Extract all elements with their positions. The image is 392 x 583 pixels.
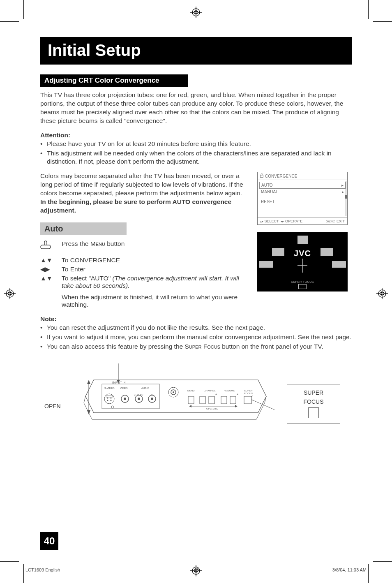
- auto-heading: Auto: [40, 222, 127, 235]
- crop-mark: [0, 21, 19, 22]
- pattern-block: [321, 248, 333, 256]
- up-down-arrows-icon: ▲▼: [40, 257, 55, 264]
- registration-mark-icon: [376, 288, 388, 299]
- footer-left: LCT1609 English: [25, 567, 60, 572]
- button-square-icon: [308, 407, 319, 418]
- svg-text:VOLUME: VOLUME: [224, 389, 235, 392]
- osd-title-row: CONVERGENCE: [258, 172, 347, 180]
- svg-text:L / MONO: L / MONO: [134, 393, 143, 396]
- pattern-block: [332, 261, 346, 268]
- left-right-arrows-icon: ◀▶: [40, 266, 55, 273]
- menu-badge: MENU: [326, 220, 336, 223]
- osd-auto-label: AUTO: [261, 183, 273, 187]
- svg-text:+: +: [237, 393, 238, 396]
- section-heading: Adjusting CRT Color Convergence: [40, 74, 188, 87]
- step-text: Press the Menu button: [62, 240, 247, 248]
- up-down-arrows-icon: ▲▼: [40, 275, 55, 282]
- text: EXIT: [337, 219, 345, 223]
- pattern-block: [297, 236, 308, 244]
- svg-text:AUDIO: AUDIO: [141, 387, 149, 389]
- list-item: This adjustment will be needed only when…: [40, 149, 352, 167]
- osd-reset-row: RESET: [259, 199, 346, 205]
- footer-right: 3/8/04, 11:03 AM: [332, 567, 367, 572]
- svg-text:+: +: [215, 393, 217, 396]
- svg-point-46: [151, 398, 153, 400]
- crop-mark: [373, 21, 392, 22]
- svg-rect-25: [261, 175, 263, 178]
- crop-mark: [23, 0, 24, 19]
- page: Initial Setup Adjusting CRT Color Conver…: [0, 0, 392, 583]
- list-item: Please have your TV on for at least 20 m…: [40, 140, 352, 148]
- tv-front-panel-diagram: INPUT- 4 S-VIDEO VIDEO AUDIO L / MONO R: [44, 363, 274, 437]
- osd-scrollbar-thumb: [345, 195, 347, 199]
- moved-text: Colors may become separated after the TV…: [40, 172, 243, 197]
- footer-center: 40: [194, 567, 198, 572]
- svg-point-44: [138, 398, 140, 400]
- osd-foot-left: ▴▾ SELECT ◂▸ OPERATE: [260, 219, 302, 223]
- svg-point-37: [107, 400, 108, 401]
- osd-manual-row: MANUAL▸: [259, 189, 346, 195]
- svg-rect-24: [41, 245, 51, 249]
- osd-foot-right: MENU EXIT: [326, 219, 345, 223]
- registration-mark-icon: [190, 7, 202, 18]
- svg-text:OPERATE: OPERATE: [206, 407, 218, 410]
- svg-point-42: [124, 398, 126, 400]
- svg-point-40: [111, 397, 112, 398]
- osd-scrollbar-track: [346, 181, 346, 216]
- osd-convergence-menu: CONVERGENCE AUTO▸ MANUAL▸ RESET: [257, 172, 348, 225]
- svg-text:–: –: [201, 393, 202, 396]
- text: You can also access this feature by pres…: [47, 343, 184, 350]
- osd-reset-label: RESET: [261, 199, 274, 204]
- pattern-block: [259, 261, 273, 268]
- crop-mark: [373, 561, 392, 562]
- small-caps: Menu: [90, 240, 105, 247]
- list-item: You can also access this feature by pres…: [40, 342, 352, 351]
- crop-mark: [368, 0, 369, 19]
- osd-title: CONVERGENCE: [265, 174, 297, 178]
- note-list: You can reset the adjustment if you do n…: [40, 324, 352, 351]
- note-label: Note:: [40, 315, 352, 324]
- super-focus-label: SUPER FOCUS: [257, 280, 348, 283]
- right-caret-icon: ▸: [341, 183, 344, 187]
- text: button on the front panel of your TV.: [220, 343, 323, 350]
- content-area: Initial Setup Adjusting CRT Color Conver…: [25, 25, 367, 437]
- footer: LCT1609 English 40 3/8/04, 11:03 AM: [25, 567, 367, 572]
- moved-paragraph: Colors may become separated after the TV…: [40, 172, 247, 215]
- svg-marker-27: [87, 380, 90, 384]
- text: SELECT: [265, 219, 279, 223]
- crosshair-horizontal: [297, 265, 307, 266]
- super-focus-box: [298, 284, 307, 289]
- svg-text:R: R: [151, 393, 153, 396]
- crop-mark: [368, 564, 369, 583]
- svg-text:FOCUS: FOCUS: [244, 392, 253, 395]
- intro-paragraph: This TV has three color projection tubes…: [40, 91, 352, 125]
- svg-text:MENU: MENU: [187, 389, 195, 392]
- jvc-logo: JVC: [294, 249, 311, 258]
- moved-bold: In the beginning, please be sure to perf…: [40, 198, 231, 214]
- left-right-icon: ◂▸: [281, 220, 284, 223]
- osd-footer: ▴▾ SELECT ◂▸ OPERATE MENU EXIT: [258, 217, 347, 224]
- text: Press the: [62, 240, 90, 247]
- step-to-enter: ◀▶ To Enter: [40, 266, 247, 273]
- lock-icon: [260, 174, 263, 178]
- step-press-menu: Press the Menu button: [40, 240, 247, 251]
- step-to-convergence: ▲▼ To CONVERGENCE: [40, 257, 247, 264]
- step-text: When the adjustment is finished, it will…: [62, 294, 247, 308]
- attention-label: Attention:: [40, 131, 352, 140]
- text: OPERATE: [285, 219, 302, 223]
- osd-manual-label: MANUAL: [261, 190, 278, 194]
- callout-line1: SUPER: [304, 389, 323, 396]
- step-text: To Enter: [62, 266, 247, 273]
- super-focus-callout: SUPER FOCUS: [287, 384, 340, 423]
- svg-text:SUPER: SUPER: [244, 389, 253, 392]
- right-column: CONVERGENCE AUTO▸ MANUAL▸ RESET: [257, 172, 352, 310]
- small-caps: Super Focus: [184, 343, 220, 350]
- hand-press-icon: [40, 240, 55, 251]
- svg-point-38: [111, 400, 112, 401]
- crop-mark: [23, 564, 24, 583]
- step-text: To select "AUTO" (The convergence adjust…: [62, 275, 247, 289]
- callout-line2: FOCUS: [304, 398, 324, 405]
- convergence-pattern-screen: JVC SUPER FOCUS: [257, 232, 348, 292]
- up-down-icon: ▴▾: [260, 220, 263, 223]
- step-text: To CONVERGENCE: [62, 257, 247, 264]
